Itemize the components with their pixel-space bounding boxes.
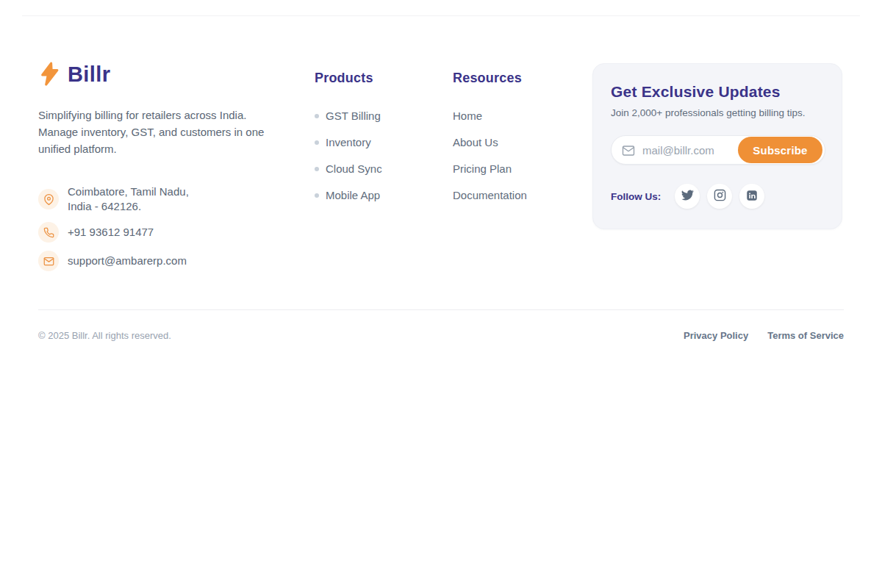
legal-links: Privacy Policy Terms of Service xyxy=(684,330,844,341)
resource-link-home[interactable]: Home xyxy=(453,110,527,122)
resources-list: Home About Us Pricing Plan Documentation xyxy=(453,110,527,201)
resource-link-about-us[interactable]: About Us xyxy=(453,137,527,148)
follow-us-label: Follow Us: xyxy=(611,191,661,202)
contact-list: Coimbatore, Tamil Nadu, India - 642126. … xyxy=(38,184,282,271)
bullet-icon xyxy=(315,114,319,118)
copyright-text: © 2025 Billr. All rights reserved. xyxy=(38,330,171,341)
terms-of-service-link[interactable]: Terms of Service xyxy=(767,330,844,341)
phone-icon xyxy=(38,222,59,243)
bullet-icon xyxy=(315,140,319,145)
link-label: Home xyxy=(453,110,482,122)
lightning-bolt-icon xyxy=(38,62,61,87)
product-link-gst-billing[interactable]: GST Billing xyxy=(315,110,382,122)
contact-address: Coimbatore, Tamil Nadu, India - 642126. xyxy=(38,184,282,214)
top-divider xyxy=(22,15,860,16)
address-text: Coimbatore, Tamil Nadu, India - 642126. xyxy=(68,184,189,214)
subscribe-form: Subscribe xyxy=(611,135,825,165)
instagram-icon xyxy=(714,189,726,204)
bottom-divider xyxy=(38,309,844,310)
envelope-icon xyxy=(38,251,59,271)
privacy-policy-link[interactable]: Privacy Policy xyxy=(684,330,748,341)
products-column: Products GST Billing Inventory Cloud Syn… xyxy=(315,71,382,216)
newsletter-heading: Get Exclusive Updates xyxy=(611,83,824,101)
twitter-button[interactable] xyxy=(675,184,700,209)
resources-column: Resources Home About Us Pricing Plan Doc… xyxy=(453,71,527,216)
brand-tagline: Simplifying billing for retailers across… xyxy=(38,107,268,157)
bottom-bar: © 2025 Billr. All rights reserved. Priva… xyxy=(38,330,844,341)
instagram-button[interactable] xyxy=(707,184,732,209)
link-label: Documentation xyxy=(453,190,527,201)
bullet-icon xyxy=(315,167,319,171)
newsletter-subheading: Join 2,000+ professionals getting billin… xyxy=(611,107,824,118)
product-link-inventory[interactable]: Inventory xyxy=(315,137,382,148)
products-list: GST Billing Inventory Cloud Sync Mobile … xyxy=(315,110,382,201)
linkedin-icon xyxy=(745,189,759,204)
brand-name: Billr xyxy=(68,62,110,87)
product-link-mobile-app[interactable]: Mobile App xyxy=(315,190,382,201)
link-label: Cloud Sync xyxy=(326,163,382,175)
link-label: Pricing Plan xyxy=(453,163,512,175)
product-link-cloud-sync[interactable]: Cloud Sync xyxy=(315,163,382,175)
contact-email[interactable]: support@ambarerp.com xyxy=(38,251,282,271)
footer-page: Billr Simplifying billing for retailers … xyxy=(0,0,882,588)
twitter-icon xyxy=(681,189,694,204)
products-heading: Products xyxy=(315,71,382,86)
newsletter-card: Get Exclusive Updates Join 2,000+ profes… xyxy=(592,63,842,229)
resource-link-documentation[interactable]: Documentation xyxy=(453,190,527,201)
email-text: support@ambarerp.com xyxy=(68,254,187,268)
follow-row: Follow Us: xyxy=(611,184,824,209)
brand-logo[interactable]: Billr xyxy=(38,62,282,87)
phone-text: +91 93612 91477 xyxy=(68,225,154,240)
link-label: About Us xyxy=(453,137,498,148)
brand-column: Billr Simplifying billing for retailers … xyxy=(38,62,282,271)
mail-input-icon xyxy=(622,144,635,160)
subscribe-button[interactable]: Subscribe xyxy=(738,137,822,163)
address-line-1: Coimbatore, Tamil Nadu, xyxy=(68,184,189,199)
link-label: Mobile App xyxy=(326,190,380,201)
resource-link-pricing-plan[interactable]: Pricing Plan xyxy=(453,163,527,175)
resources-heading: Resources xyxy=(453,71,527,86)
bullet-icon xyxy=(315,193,319,198)
contact-phone[interactable]: +91 93612 91477 xyxy=(38,222,282,243)
address-line-2: India - 642126. xyxy=(68,199,189,214)
linkedin-button[interactable] xyxy=(739,184,764,209)
map-pin-icon xyxy=(38,189,59,209)
link-label: Inventory xyxy=(326,137,371,148)
link-label: GST Billing xyxy=(326,110,381,122)
